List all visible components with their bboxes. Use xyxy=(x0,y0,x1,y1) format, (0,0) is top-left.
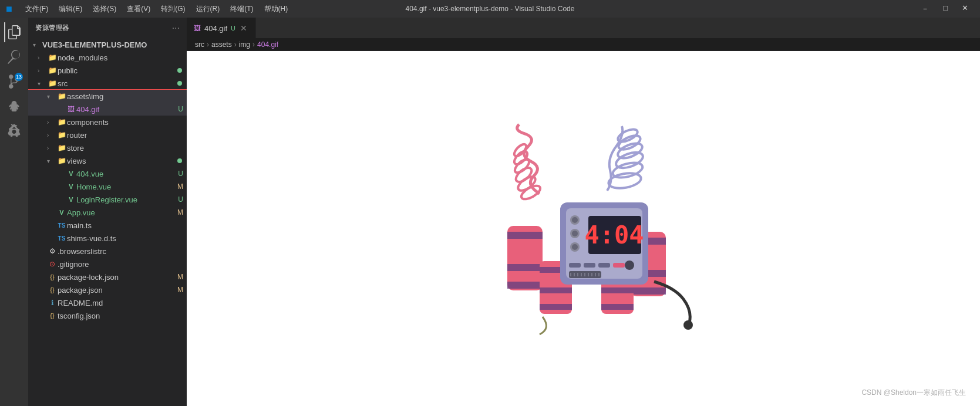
svg-rect-39 xyxy=(584,263,595,268)
breadcrumb-file[interactable]: 404.gif xyxy=(257,40,278,49)
menu-help[interactable]: 帮助(H) xyxy=(260,3,293,15)
menu-select[interactable]: 选择(S) xyxy=(88,3,121,15)
views-label: views xyxy=(67,157,177,165)
sidebar-title: 资源管理器 xyxy=(35,23,69,32)
views-dot-badge xyxy=(177,158,182,163)
folder-icon: 📁 xyxy=(56,143,67,153)
breadcrumb-src[interactable]: src xyxy=(195,40,204,49)
public-arrow: › xyxy=(38,67,47,74)
loginvue-badge: U xyxy=(178,195,183,204)
tree-item-shimsvue[interactable]: › TS shims-vue.d.ts xyxy=(28,232,187,245)
breadcrumb-sep3: › xyxy=(252,40,255,49)
tree-item-browserslist[interactable]: › ⚙ .browserslistrc xyxy=(28,245,187,258)
tree-item-appvue[interactable]: › V App.vue M xyxy=(28,206,187,219)
tree-item-packagelock[interactable]: › {} package-lock.json M xyxy=(28,270,187,283)
tree-item-public[interactable]: › 📁 public xyxy=(28,64,187,77)
breadcrumb: src › assets › img › 404.gif xyxy=(187,38,980,51)
minimize-button[interactable]: － xyxy=(915,4,935,14)
maximize-button[interactable]: □ xyxy=(937,4,954,14)
menu-file[interactable]: 文件(F) xyxy=(21,3,53,15)
debug-activity-icon[interactable] xyxy=(4,96,24,116)
menu-terminal[interactable]: 终端(T) xyxy=(225,3,258,15)
tree-item-homevue[interactable]: › V Home.vue M xyxy=(28,180,187,193)
packagelock-badge: M xyxy=(177,273,183,281)
tree-item-loginvue[interactable]: › V LoginRegister.vue U xyxy=(28,193,187,206)
tab-label: 404.gif xyxy=(204,24,227,33)
sidebar-more-icon[interactable]: ··· xyxy=(172,23,180,33)
public-dot-badge xyxy=(177,68,182,73)
folder-icon: 📁 xyxy=(47,79,58,88)
assets-img-label: assets\img xyxy=(67,92,187,101)
sidebar-header: 资源管理器 ··· xyxy=(28,18,187,38)
vue-file-icon: V xyxy=(56,208,67,217)
editor-content: 4:04 xyxy=(187,51,980,406)
explorer-activity-icon[interactable] xyxy=(4,22,24,42)
tab-close-button[interactable]: ✕ xyxy=(239,23,248,33)
views-arrow: ▾ xyxy=(47,158,56,164)
title-bar: ■ 文件(F) 编辑(E) 选择(S) 查看(V) 转到(G) 运行(R) 终端… xyxy=(0,0,980,18)
menu-view[interactable]: 查看(V) xyxy=(122,3,155,15)
tree-item-assets-img[interactable]: ▾ 📁 assets\img xyxy=(28,90,187,103)
tab-bar: 🖼 404.gif U ✕ xyxy=(187,18,980,38)
tree-item-gitignore[interactable]: › ⊙ .gitignore xyxy=(28,258,187,270)
svg-point-53 xyxy=(683,320,693,330)
svg-rect-38 xyxy=(569,263,581,268)
tree-root[interactable]: ▾ VUE3-ELEMENTPLUS-DEMO xyxy=(28,38,187,51)
tsconfig-label: tsconfig.json xyxy=(58,312,187,320)
ts-file-icon: TS xyxy=(56,221,67,230)
404vue-label: 404.vue xyxy=(76,170,178,178)
search-activity-icon[interactable] xyxy=(4,47,24,67)
router-label: router xyxy=(67,131,187,140)
tree-item-package[interactable]: › {} package.json M xyxy=(28,283,187,296)
tree-item-views[interactable]: ▾ 📁 views xyxy=(28,154,187,167)
extensions-activity-icon[interactable] xyxy=(4,121,24,141)
menu-run[interactable]: 运行(R) xyxy=(191,3,225,15)
tab-file-icon: 🖼 xyxy=(194,24,201,32)
close-button[interactable]: ✕ xyxy=(956,4,974,14)
components-label: components xyxy=(67,118,187,127)
menu-goto[interactable]: 转到(G) xyxy=(156,3,190,15)
folder-icon: 📁 xyxy=(56,156,67,165)
components-arrow: › xyxy=(47,119,56,126)
tree-item-maints[interactable]: › TS main.ts xyxy=(28,219,187,232)
root-arrow-icon: ▾ xyxy=(33,42,42,48)
breadcrumb-img[interactable]: img xyxy=(239,40,250,49)
svg-point-35 xyxy=(572,244,578,250)
folder-icon: 📁 xyxy=(56,117,67,127)
breadcrumb-assets[interactable]: assets xyxy=(211,40,232,49)
tree-item-404vue[interactable]: › V 404.vue U xyxy=(28,167,187,180)
svg-rect-15 xyxy=(507,282,543,289)
bomb-svg: 4:04 xyxy=(443,117,725,340)
tab-404gif[interactable]: 🖼 404.gif U ✕ xyxy=(187,18,256,38)
tree-item-components[interactable]: › 📁 components xyxy=(28,116,187,128)
tree-item-readme[interactable]: › ℹ README.md xyxy=(28,296,187,309)
public-label: public xyxy=(58,66,177,75)
source-control-activity-icon[interactable]: 13 xyxy=(4,72,24,92)
editor-area: 🖼 404.gif U ✕ src › assets › img › 404.g… xyxy=(187,18,980,406)
tree-item-node-modules[interactable]: › 📁 node_modules xyxy=(28,51,187,64)
appvue-badge: M xyxy=(177,208,183,216)
svg-rect-19 xyxy=(631,287,666,295)
packagelock-label: package-lock.json xyxy=(58,273,177,282)
menu-edit[interactable]: 编辑(E) xyxy=(54,3,87,15)
tree-item-router[interactable]: › 📁 router xyxy=(28,128,187,141)
md-file-icon: ℹ xyxy=(47,298,58,307)
svg-rect-41 xyxy=(613,263,625,268)
tree-item-src[interactable]: ▾ 📁 src xyxy=(28,77,187,90)
watermark: CSDN @Sheldon一寒如雨任飞生 xyxy=(859,387,968,399)
store-label: store xyxy=(67,144,187,153)
folder-icon: 📁 xyxy=(47,66,58,75)
folder-icon: 📁 xyxy=(56,92,67,101)
tree-item-404gif[interactable]: › 🖼 404.gif U xyxy=(28,103,187,116)
appvue-label: App.vue xyxy=(67,208,177,217)
svg-rect-27 xyxy=(601,304,634,310)
tab-u-badge: U xyxy=(231,25,235,32)
gitignore-label: .gitignore xyxy=(58,260,187,269)
tree-item-store[interactable]: › 📁 store xyxy=(28,141,187,154)
svg-rect-14 xyxy=(507,264,543,271)
svg-rect-40 xyxy=(598,263,610,268)
main-layout: 13 资源管理器 ··· ▾ VUE3-ELEMENTPLUS-DEMO › 📁… xyxy=(0,18,980,406)
tree-item-tsconfig[interactable]: › {} tsconfig.json xyxy=(28,309,187,322)
src-dot-badge xyxy=(177,81,182,86)
git-file-icon: ⊙ xyxy=(47,259,58,269)
